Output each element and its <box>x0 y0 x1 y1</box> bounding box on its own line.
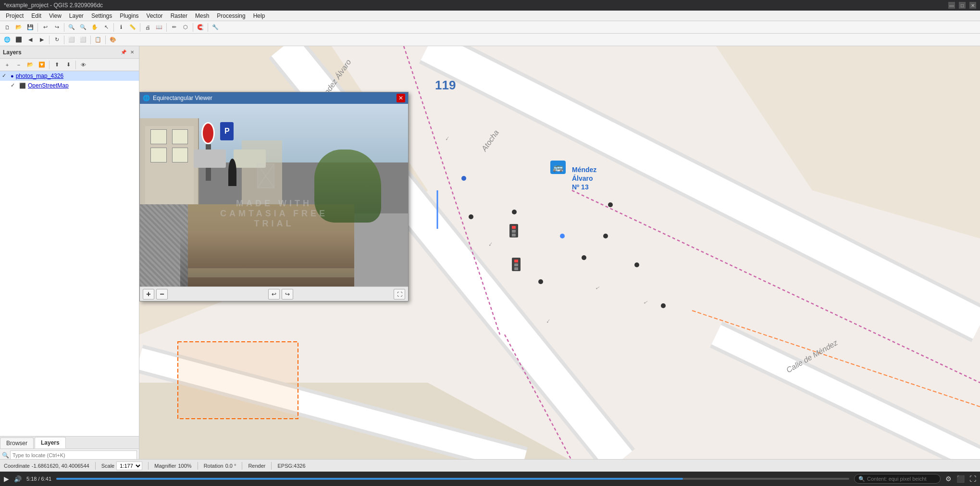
menu-vector[interactable]: Vector <box>143 12 167 20</box>
rotation-value: 0.0 ° <box>225 463 236 469</box>
prevextent-button[interactable]: ◀ <box>25 35 36 45</box>
volume-icon[interactable]: 🔊 <box>14 475 22 483</box>
open-project-button[interactable]: 📂 <box>13 22 24 33</box>
tab-browser[interactable]: Browser <box>0 437 34 449</box>
zoom-out-button[interactable]: − <box>156 289 168 299</box>
svg-point-25 <box>634 262 639 267</box>
pan-button[interactable]: ✋ <box>89 22 100 33</box>
redo-button[interactable]: ↪ <box>51 22 62 33</box>
plugins-button[interactable]: 🔧 <box>210 22 221 33</box>
menu-plugins[interactable]: Plugins <box>116 12 142 20</box>
video-search-input[interactable] <box>867 476 936 482</box>
node-button[interactable]: ⬡ <box>180 22 191 33</box>
snapping-button[interactable]: 🧲 <box>195 22 206 33</box>
window-title: *example_project - QGIS 2.9209096dc <box>4 2 103 9</box>
zoom-in-button[interactable]: + <box>143 289 154 299</box>
deselect-button[interactable]: ⬜ <box>78 35 88 45</box>
tab-layers[interactable]: Layers <box>35 437 66 449</box>
svg-point-24 <box>603 234 608 238</box>
layer-check-osm[interactable]: ✓ <box>11 82 17 89</box>
map-area[interactable]: 119 Atocha 🚌 Méndez Álvaro Nº 13 ← <box>139 46 980 461</box>
layer-down-button[interactable]: ⬇ <box>63 60 74 70</box>
main-layout: Layers 📌 ✕ + − 📂 🔽 ⬆ ⬇ 👁 ✓ ● photos_map_… <box>0 46 980 461</box>
layer-item-osm[interactable]: ✓ ⬛ OpenStreetMap <box>0 81 139 90</box>
fullscreen-video-button[interactable]: ⛶ <box>969 475 976 483</box>
refresh-button[interactable]: ↻ <box>51 35 62 45</box>
magnifier-value: 100% <box>178 463 192 469</box>
style-button[interactable]: 🎨 <box>108 35 118 45</box>
play-button[interactable]: ▶ <box>4 475 9 483</box>
coordinate-value: -1.6861620, 40.4006544 <box>32 463 89 469</box>
render-label: Render <box>248 463 265 469</box>
toolbar-separator-5 <box>166 23 167 32</box>
open-table-button[interactable]: 📋 <box>93 35 103 45</box>
theater-button[interactable]: ⬛ <box>956 475 965 483</box>
digitize-button[interactable]: ✏ <box>169 22 179 33</box>
equirectangular-viewer: 🌐 Equirectangular Viewer ✕ <box>139 92 409 301</box>
panel-pin-button[interactable]: 📌 <box>120 49 127 56</box>
select-button[interactable]: ↖ <box>101 22 112 33</box>
coordinate-label: Coordinate <box>4 463 30 469</box>
eq-viewer-titlebar[interactable]: 🌐 Equirectangular Viewer ✕ <box>140 92 408 104</box>
panel-controls: 📌 ✕ <box>120 49 136 56</box>
status-sep-3 <box>198 462 198 470</box>
add-layer-button[interactable]: + <box>2 60 12 70</box>
toolbar-separator-6 <box>193 23 193 32</box>
zoom-in-button[interactable]: 🔍 <box>66 22 77 33</box>
undo-button[interactable]: ↩ <box>40 22 50 33</box>
save-project-button[interactable]: 💾 <box>25 22 36 33</box>
layerextent-button[interactable]: ⬛ <box>13 35 24 45</box>
identify-button[interactable]: ℹ <box>116 22 126 33</box>
video-time: 5:18 / 6:41 <box>26 476 51 482</box>
select-all-button[interactable]: ⬜ <box>66 35 77 45</box>
fullextent-button[interactable]: 🌐 <box>2 35 12 45</box>
toolbar2-sep-2 <box>64 36 64 44</box>
visibility-button[interactable]: 👁 <box>78 60 88 70</box>
filter-layer-button[interactable]: 🔽 <box>37 60 47 70</box>
svg-point-26 <box>608 202 613 207</box>
measure-button[interactable]: 📏 <box>127 22 138 33</box>
progress-bar[interactable] <box>56 478 849 480</box>
print-button[interactable]: 🖨 <box>142 22 153 33</box>
menu-project[interactable]: Project <box>2 12 27 20</box>
scale-select[interactable]: 1:177 <box>116 461 142 470</box>
layer-up-button[interactable]: ⬆ <box>51 60 62 70</box>
menu-edit[interactable]: Edit <box>27 12 45 20</box>
menu-raster[interactable]: Raster <box>167 12 191 20</box>
layer-color-dot-osm: ⬛ <box>19 83 26 89</box>
zoom-out-button[interactable]: 🔍 <box>78 22 88 33</box>
redo-view-button[interactable]: ↪ <box>282 289 293 299</box>
fullscreen-button[interactable]: ⛶ <box>394 289 405 299</box>
minimize-button[interactable]: — <box>948 2 955 9</box>
progress-fill <box>56 478 682 480</box>
menu-processing[interactable]: Processing <box>213 12 249 20</box>
nextextent-button[interactable]: ▶ <box>37 35 47 45</box>
menu-layer[interactable]: Layer <box>65 12 87 20</box>
open-layer-button[interactable]: 📂 <box>25 60 36 70</box>
menu-view[interactable]: View <box>45 12 65 20</box>
search-input[interactable] <box>10 450 137 460</box>
menu-help[interactable]: Help <box>249 12 269 20</box>
lt-sep-2 <box>75 61 76 69</box>
remove-layer-button[interactable]: − <box>13 60 24 70</box>
eq-viewer-close-button[interactable]: ✕ <box>397 94 405 102</box>
layer-toolbar: + − 📂 🔽 ⬆ ⬇ 👁 <box>0 59 139 71</box>
layer-name-photos: photos_map_4326 <box>16 73 63 79</box>
maximize-button[interactable]: □ <box>959 2 966 9</box>
new-project-button[interactable]: 🗋 <box>2 22 12 33</box>
atlas-button[interactable]: 📖 <box>154 22 164 33</box>
panel-close-button[interactable]: ✕ <box>128 49 136 56</box>
title-bar: *example_project - QGIS 2.9209096dc — □ … <box>0 0 980 11</box>
svg-text:Álvaro: Álvaro <box>572 174 593 182</box>
eq-viewer-photo-area: P <box>140 104 408 287</box>
layer-check-photos[interactable]: ✓ <box>2 73 9 79</box>
menu-mesh[interactable]: Mesh <box>191 12 213 20</box>
undo-view-button[interactable]: ↩ <box>268 289 280 299</box>
settings-button[interactable]: ⚙ <box>945 475 952 483</box>
layer-item-photos[interactable]: ✓ ● photos_map_4326 <box>0 71 139 81</box>
menu-settings[interactable]: Settings <box>87 12 116 20</box>
close-button[interactable]: ✕ <box>969 2 976 9</box>
search-icon: 🔍 <box>2 452 9 459</box>
toolbar2-sep-1 <box>49 36 50 44</box>
content-search-bar: 🔍 <box>854 474 941 484</box>
